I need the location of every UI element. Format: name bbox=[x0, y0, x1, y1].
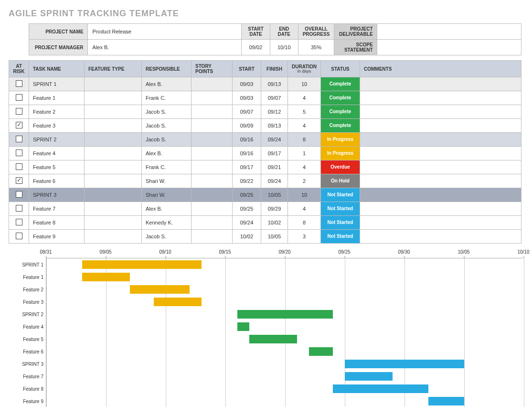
cell-task[interactable]: SPRINT 2 bbox=[29, 133, 85, 147]
cell-task[interactable]: SPRINT 3 bbox=[29, 188, 85, 202]
cell-start[interactable]: 09/03 bbox=[233, 77, 261, 91]
cell-status[interactable]: Complete bbox=[321, 77, 360, 91]
cell-feature-type[interactable] bbox=[85, 147, 142, 160]
cell-responsible[interactable]: Alex B. bbox=[142, 77, 192, 91]
cell-finish[interactable]: 09/13 bbox=[261, 119, 288, 133]
cell-task[interactable]: Feature 1 bbox=[29, 91, 85, 105]
cell-status[interactable]: Complete bbox=[321, 91, 360, 105]
cell-comments[interactable] bbox=[360, 216, 521, 230]
cell-responsible[interactable]: Jacob S. bbox=[142, 105, 192, 119]
cell-task[interactable]: Feature 4 bbox=[29, 147, 85, 160]
cell-duration[interactable]: 4 bbox=[288, 91, 321, 105]
cell-comments[interactable] bbox=[360, 105, 521, 119]
cell-finish[interactable]: 09/07 bbox=[261, 91, 288, 105]
cell-status[interactable]: Complete bbox=[321, 119, 360, 133]
at-risk-checkbox[interactable] bbox=[16, 219, 22, 225]
cell-duration[interactable]: 2 bbox=[288, 174, 321, 188]
cell-comments[interactable] bbox=[360, 230, 521, 244]
cell-start[interactable]: 09/24 bbox=[233, 216, 261, 230]
value-overall-progress[interactable]: 35% bbox=[298, 40, 334, 55]
cell-comments[interactable] bbox=[360, 174, 521, 188]
cell-finish[interactable]: 09/24 bbox=[261, 174, 288, 188]
cell-responsible[interactable]: Jacob S. bbox=[142, 133, 192, 147]
cell-start[interactable]: 09/03 bbox=[233, 91, 261, 105]
value-project-deliverable[interactable] bbox=[377, 24, 521, 40]
cell-finish[interactable]: 09/13 bbox=[261, 77, 288, 91]
cell-task[interactable]: Feature 3 bbox=[29, 119, 85, 133]
cell-start[interactable]: 09/25 bbox=[233, 202, 261, 216]
cell-story-points[interactable] bbox=[192, 188, 233, 202]
cell-feature-type[interactable] bbox=[85, 216, 142, 230]
cell-duration[interactable]: 10 bbox=[288, 188, 321, 202]
cell-status[interactable]: On Hold bbox=[321, 174, 360, 188]
cell-finish[interactable]: 10/02 bbox=[261, 216, 288, 230]
cell-status[interactable]: Not Started bbox=[321, 230, 360, 244]
cell-story-points[interactable] bbox=[192, 216, 233, 230]
cell-feature-type[interactable] bbox=[85, 77, 142, 91]
cell-task[interactable]: Feature 8 bbox=[29, 216, 85, 230]
cell-status[interactable]: In Progress bbox=[321, 133, 360, 147]
cell-responsible[interactable]: Jacob S. bbox=[142, 119, 192, 133]
cell-status[interactable]: Complete bbox=[321, 105, 360, 119]
cell-story-points[interactable] bbox=[192, 174, 233, 188]
cell-start[interactable]: 09/25 bbox=[233, 188, 261, 202]
value-project-name[interactable]: Product Release bbox=[87, 24, 242, 40]
cell-story-points[interactable] bbox=[192, 91, 233, 105]
cell-responsible[interactable]: Alex B. bbox=[142, 202, 192, 216]
cell-start[interactable]: 09/16 bbox=[233, 133, 261, 147]
value-scope-statement[interactable] bbox=[377, 40, 521, 55]
cell-story-points[interactable] bbox=[192, 105, 233, 119]
cell-story-points[interactable] bbox=[192, 230, 233, 244]
cell-start[interactable]: 10/02 bbox=[233, 230, 261, 244]
at-risk-checkbox[interactable] bbox=[16, 149, 22, 156]
at-risk-checkbox[interactable] bbox=[16, 191, 22, 198]
cell-duration[interactable]: 4 bbox=[288, 202, 321, 216]
cell-duration[interactable]: 3 bbox=[288, 230, 321, 244]
at-risk-checkbox[interactable] bbox=[16, 136, 22, 142]
cell-story-points[interactable] bbox=[192, 160, 233, 174]
cell-responsible[interactable]: Kennedy K. bbox=[142, 216, 192, 230]
cell-story-points[interactable] bbox=[192, 119, 233, 133]
cell-feature-type[interactable] bbox=[85, 202, 142, 216]
cell-responsible[interactable]: Frank C. bbox=[142, 91, 192, 105]
cell-story-points[interactable] bbox=[192, 133, 233, 147]
cell-finish[interactable]: 09/24 bbox=[261, 133, 288, 147]
cell-feature-type[interactable] bbox=[85, 91, 142, 105]
at-risk-checkbox[interactable] bbox=[16, 80, 22, 87]
cell-comments[interactable] bbox=[360, 160, 521, 174]
cell-finish[interactable]: 10/05 bbox=[261, 230, 288, 244]
cell-task[interactable]: Feature 2 bbox=[29, 105, 85, 119]
cell-finish[interactable]: 09/29 bbox=[261, 202, 288, 216]
cell-duration[interactable]: 4 bbox=[288, 119, 321, 133]
cell-responsible[interactable]: Jacob S. bbox=[142, 230, 192, 244]
cell-duration[interactable]: 8 bbox=[288, 133, 321, 147]
cell-duration[interactable]: 5 bbox=[288, 105, 321, 119]
cell-feature-type[interactable] bbox=[85, 174, 142, 188]
at-risk-checkbox[interactable] bbox=[16, 108, 22, 115]
cell-status[interactable]: Not Started bbox=[321, 202, 360, 216]
cell-task[interactable]: Feature 9 bbox=[29, 230, 85, 244]
value-end-date[interactable]: 10/10 bbox=[270, 40, 298, 55]
cell-feature-type[interactable] bbox=[85, 188, 142, 202]
at-risk-checkbox[interactable] bbox=[16, 233, 22, 239]
cell-status[interactable]: In Progress bbox=[321, 147, 360, 160]
cell-finish[interactable]: 09/12 bbox=[261, 105, 288, 119]
cell-duration[interactable]: 1 bbox=[288, 147, 321, 160]
cell-comments[interactable] bbox=[360, 133, 521, 147]
cell-comments[interactable] bbox=[360, 91, 521, 105]
cell-responsible[interactable]: Shari W. bbox=[142, 188, 192, 202]
cell-story-points[interactable] bbox=[192, 147, 233, 160]
cell-responsible[interactable]: Frank C. bbox=[142, 160, 192, 174]
cell-task[interactable]: Feature 5 bbox=[29, 160, 85, 174]
cell-comments[interactable] bbox=[360, 77, 521, 91]
cell-feature-type[interactable] bbox=[85, 133, 142, 147]
cell-comments[interactable] bbox=[360, 202, 521, 216]
cell-status[interactable]: Not Started bbox=[321, 188, 360, 202]
cell-comments[interactable] bbox=[360, 119, 521, 133]
cell-task[interactable]: Feature 7 bbox=[29, 202, 85, 216]
cell-start[interactable]: 09/07 bbox=[233, 105, 261, 119]
cell-task[interactable]: SPRINT 1 bbox=[29, 77, 85, 91]
cell-duration[interactable]: 4 bbox=[288, 160, 321, 174]
cell-status[interactable]: Overdue bbox=[321, 160, 360, 174]
cell-finish[interactable]: 09/21 bbox=[261, 160, 288, 174]
